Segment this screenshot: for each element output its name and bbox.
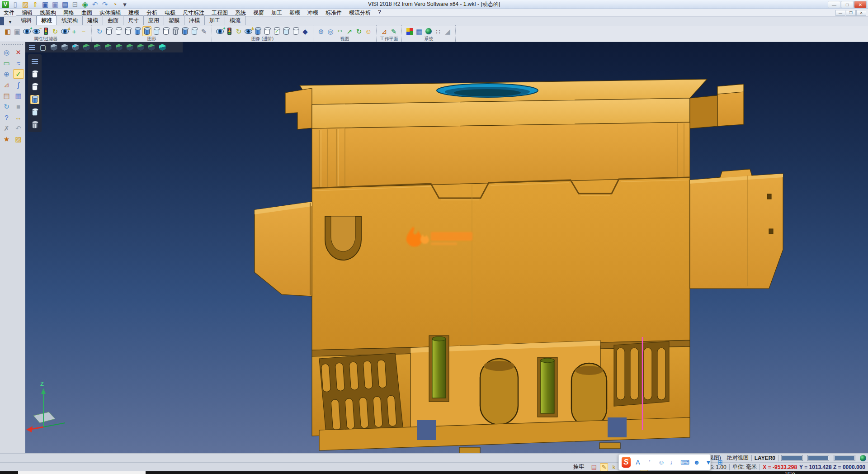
dashed-cylinder-icon[interactable]	[123, 26, 132, 36]
show-add-icon[interactable]: +	[22, 26, 31, 36]
view-face-icon[interactable]: ☺	[364, 26, 373, 36]
ime-punctuation-icon[interactable]: ’	[645, 457, 654, 467]
adv-shaded-cylinder-icon[interactable]	[253, 26, 262, 36]
status-ledger-icon[interactable]: ▤	[590, 463, 598, 471]
tab-应用[interactable]: 应用	[143, 15, 164, 25]
toggle-visibility-icon[interactable]: ±	[60, 26, 69, 36]
view-front-icon[interactable]	[82, 43, 91, 52]
adv-wire-cylinder-icon[interactable]	[291, 26, 300, 36]
undo-icon[interactable]: ↶	[90, 0, 99, 9]
navigation-wheel-icon[interactable]: ★	[1, 134, 12, 144]
preview-icon[interactable]: ◉	[80, 0, 90, 9]
save-icon[interactable]: ▣	[41, 0, 50, 9]
flat-cylinder-icon[interactable]	[161, 26, 170, 36]
quick-access-more-icon[interactable]: ▾	[120, 0, 129, 9]
texture-cylinder-icon[interactable]	[190, 26, 199, 36]
ime-keyboard-icon[interactable]: ⌨	[680, 457, 689, 467]
adv-traffic-light-icon[interactable]	[225, 26, 234, 36]
erase-element-icon[interactable]: ✕	[13, 47, 24, 57]
menu-模流分析[interactable]: 模流分析	[345, 9, 374, 17]
tab-冲模[interactable]: 冲模	[184, 15, 205, 25]
menu-冲模[interactable]: 冲模	[304, 9, 322, 17]
refresh-graphics-icon[interactable]: ↻	[95, 26, 104, 36]
tab-曲面[interactable]: 曲面	[103, 15, 123, 25]
ime-toolbox-icon[interactable]: ⊞	[716, 457, 725, 467]
save-all-icon[interactable]: ▤	[61, 0, 70, 9]
wireframe-cylinder-icon[interactable]	[104, 26, 113, 36]
workplane-gizmo-icon[interactable]: ⊿	[1, 80, 12, 90]
solid-cube-icon[interactable]: ■	[13, 102, 24, 111]
help-icon[interactable]: ?	[1, 113, 12, 122]
print-icon[interactable]: ⊟	[71, 0, 80, 9]
tab-线架构[interactable]: 线架构	[57, 15, 83, 25]
adv-regenerate-icon[interactable]: ↻	[234, 26, 243, 36]
view-iso-active-icon[interactable]	[158, 43, 167, 52]
shade-ramp-icon[interactable]: ◢	[443, 26, 452, 36]
view-menu-icon[interactable]	[28, 43, 37, 52]
ime-letter-a-icon[interactable]: A	[633, 457, 642, 467]
shade-transparent-icon[interactable]	[30, 108, 39, 117]
windows-taskbar-sliver[interactable]: 13:55	[0, 471, 868, 474]
zoom-plus-icon[interactable]: ⊕	[1, 69, 12, 79]
sogou-logo-icon[interactable]: S	[622, 457, 631, 467]
dock-drag-handle[interactable]	[2, 44, 23, 46]
regenerate-icon[interactable]: ↻	[51, 26, 60, 36]
confirm-check-icon[interactable]: ✓	[13, 69, 24, 79]
visi-logo-icon[interactable]: V	[1, 0, 10, 9]
workplane-axis-icon[interactable]: ⊿	[380, 26, 389, 36]
zoom-fit-icon[interactable]: ◎	[326, 26, 335, 36]
new-file-icon[interactable]: ▯	[11, 0, 20, 9]
shade-menu-icon[interactable]	[30, 57, 39, 66]
ime-person-icon[interactable]: ☻	[692, 457, 701, 467]
mesh-cylinder-icon[interactable]	[171, 26, 180, 36]
color-grid-icon[interactable]	[405, 26, 414, 36]
import-file-icon[interactable]: ⇑	[31, 0, 40, 9]
shade-hidden-line-icon[interactable]	[30, 82, 39, 91]
session-icon[interactable]: ◔	[110, 0, 119, 9]
view-iso-icon[interactable]	[147, 43, 156, 52]
shade-textured-icon[interactable]	[30, 120, 39, 129]
sogou-ime-toolbar[interactable]: SA’☺♩⌨☻▼⊞	[618, 454, 711, 470]
tab-塑膜[interactable]: 塑膜	[164, 15, 184, 25]
view-bottom-icon[interactable]	[136, 43, 145, 52]
show-all-icon[interactable]: +	[70, 26, 79, 36]
open-file-icon[interactable]: ▨	[21, 0, 30, 9]
view-point-icon[interactable]	[71, 43, 80, 52]
menu-?[interactable]: ?	[374, 9, 385, 17]
ime-skin-icon[interactable]: ▼	[704, 457, 713, 467]
taskbar-search-box[interactable]	[18, 471, 146, 474]
measure-distance-icon[interactable]: ↔	[13, 113, 24, 122]
mdi-window-button[interactable]: ❐	[846, 10, 856, 16]
menu-塑模[interactable]: 塑模	[286, 9, 304, 17]
redraw-icon[interactable]: ◎	[1, 47, 12, 57]
mdi-window-button[interactable]: ✕	[856, 10, 866, 16]
redo-icon[interactable]: ↷	[100, 0, 109, 9]
view-top-icon[interactable]	[125, 43, 134, 52]
window-button[interactable]: □	[841, 1, 854, 8]
transparent-cylinder-icon[interactable]	[152, 26, 161, 36]
tab-尺寸[interactable]: 尺寸	[123, 15, 144, 25]
shaded-cylinder-icon[interactable]	[133, 26, 142, 36]
view-back-icon[interactable]	[93, 43, 102, 52]
globe-icon[interactable]	[860, 455, 866, 461]
render-cylinder-icon[interactable]	[180, 26, 189, 36]
adv-show-add-icon[interactable]: +	[215, 26, 224, 36]
attribute-paint-icon[interactable]: ◧	[3, 26, 12, 36]
window-button[interactable]: —	[828, 1, 840, 8]
menu-标准件[interactable]: 标准件	[322, 9, 345, 17]
adv-transparent-cylinder-icon[interactable]	[282, 26, 291, 36]
shade-wireframe-icon[interactable]	[30, 70, 39, 79]
zoom-in-icon[interactable]: ⊕	[316, 26, 326, 36]
lock-toggle[interactable]: 拴牢	[573, 463, 584, 471]
menu-视窗[interactable]: 视窗	[250, 9, 268, 17]
mdi-window-button[interactable]: —	[835, 10, 845, 16]
system-globe-icon[interactable]	[424, 26, 433, 36]
open-project-icon[interactable]: ▨	[13, 134, 24, 144]
hidden-line-cylinder-icon[interactable]	[114, 26, 123, 36]
delete-trash-icon[interactable]: ✗	[1, 123, 12, 133]
zoom-window-icon[interactable]: ▭	[1, 58, 12, 68]
shaded-edges-cylinder-icon[interactable]	[142, 26, 151, 36]
visibility-traffic-light-icon[interactable]	[41, 26, 50, 36]
adv-validate-cylinder-icon[interactable]	[272, 26, 281, 36]
window-pane-icon[interactable]: ▦	[13, 91, 24, 100]
